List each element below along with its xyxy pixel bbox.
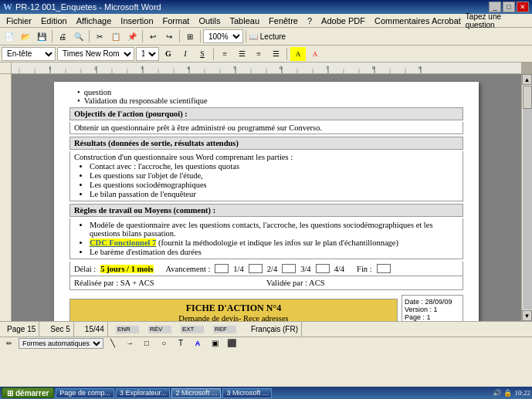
cdc-link[interactable]: CDC Fonctionnel 7 — [90, 238, 156, 247]
font-color-button[interactable]: A — [307, 47, 323, 61]
align-center-button[interactable]: ☰ — [234, 47, 249, 61]
regles-item-2: Le barème d'estimation des durées — [90, 248, 459, 256]
arrow-btn[interactable]: → — [122, 336, 137, 350]
new-button[interactable]: 📄 — [2, 29, 17, 43]
taskbar-item-3[interactable]: 3 Microsoft ... — [222, 388, 272, 398]
wordart-btn[interactable]: A — [190, 336, 205, 350]
open-button[interactable]: 📂 — [18, 29, 33, 43]
close-button[interactable]: ✕ — [517, 2, 529, 12]
clock: 10:22 — [514, 389, 530, 397]
cut-button[interactable]: ✂ — [92, 29, 107, 43]
start-button[interactable]: ⊞ démarrer — [2, 387, 54, 398]
objectifs-content: Obtenir un questionnaire prêt à être adm… — [69, 122, 463, 134]
fiche-content: FICHE D'ACTION N°4 Demande de devis- Rec… — [69, 295, 398, 321]
italic-button[interactable]: I — [178, 47, 193, 61]
taskbar-item-2[interactable]: 2 Microsoft ... — [171, 388, 221, 398]
redo-button[interactable]: ↪ — [161, 29, 177, 43]
font-dropdown[interactable]: Times New Roman — [57, 47, 134, 61]
fin-checkbox[interactable] — [377, 264, 391, 273]
bullet-validation-text: Validation du responsable scientifique — [84, 96, 208, 105]
3d-btn[interactable]: ⬛ — [224, 336, 239, 350]
step-2-checkbox[interactable] — [249, 264, 263, 273]
print-button[interactable]: 🖨 — [55, 29, 70, 43]
toolbar-sep-3 — [142, 30, 143, 42]
bullet-question: • question — [77, 88, 463, 96]
scroll-track[interactable] — [523, 86, 532, 309]
draw-btn[interactable]: ✏ — [2, 336, 17, 350]
valide-label: Validée par : ACS — [266, 279, 459, 287]
undo-button[interactable]: ↩ — [145, 29, 161, 43]
resultats-header: Résultats (données de sortie, résultats … — [69, 137, 463, 150]
menu-edition[interactable]: Edition — [36, 15, 72, 27]
justify-button[interactable]: ☰ — [268, 47, 283, 61]
step-3-checkbox[interactable] — [282, 264, 296, 273]
resultats-list: Contact avec : l'accroche, les questions… — [90, 162, 459, 198]
maximize-button[interactable]: □ — [503, 2, 515, 12]
svg-text:5: 5 — [233, 65, 236, 71]
list-item-3: Le bilan passation de l'enquêteur — [90, 190, 459, 198]
menu-commentaires[interactable]: Commentaires Acrobat — [370, 15, 466, 27]
list-item-1: Les questions sur l'objet de l'étude, — [90, 171, 459, 180]
step-4-checkbox[interactable] — [316, 264, 330, 273]
step-1-checkbox[interactable] — [215, 264, 229, 273]
regles-header: Règles de travail ou Moyens (comment) : — [69, 204, 463, 217]
regles-content: Modèle de questionnaire avec les questio… — [69, 218, 463, 259]
save-button[interactable]: 💾 — [34, 29, 49, 43]
zoom-dropdown[interactable]: 100% — [203, 29, 243, 43]
vertical-scrollbar[interactable]: ▲ ▼ — [521, 74, 532, 321]
size-dropdown[interactable]: 13 — [136, 47, 159, 61]
app-icon: W — [3, 2, 12, 13]
status-enr: ENR — [116, 326, 139, 333]
table-button[interactable]: ⊞ — [182, 29, 198, 43]
align-right-button[interactable]: ≡ — [251, 47, 266, 61]
svg-text:3: 3 — [141, 65, 144, 71]
document-scroll-area[interactable]: • question • Validation du responsable s… — [12, 74, 521, 321]
menu-format[interactable]: Format — [158, 15, 195, 27]
preview-button[interactable]: 🔍 — [71, 29, 86, 43]
taskbar-item-0[interactable]: Page de comp... — [56, 388, 114, 398]
menu-aide[interactable]: ? — [303, 15, 317, 27]
rect-btn[interactable]: □ — [139, 336, 154, 350]
scroll-thumb[interactable] — [523, 86, 532, 109]
scroll-up-button[interactable]: ▲ — [522, 74, 532, 85]
shapes-dropdown[interactable]: Formes automatiques — [19, 338, 103, 349]
taskbar: ⊞ démarrer Page de comp... 3 Explorateur… — [0, 387, 532, 399]
align-left-button[interactable]: ≡ — [217, 47, 232, 61]
step-1-label: 1/4 — [233, 265, 243, 273]
highlight-button[interactable]: A — [290, 47, 306, 61]
shadow-btn[interactable]: ▣ — [207, 336, 222, 350]
drawing-toolbar: ✏ Formes automatiques ╲ → □ ○ T A ▣ ⬛ — [0, 336, 532, 349]
objectifs-text: Obtenir un questionnaire prêt à être adm… — [74, 123, 459, 132]
style-dropdown[interactable]: En-tête — [2, 47, 56, 61]
menu-adobe[interactable]: Adobe PDF — [317, 15, 370, 27]
taskbar-item-1[interactable]: 3 Explorateur... — [116, 388, 171, 398]
title-bar-left: W PR-12 001_Enquetes - Microsoft Word — [3, 2, 161, 13]
bold-button[interactable]: G — [161, 47, 176, 61]
menu-fenetre[interactable]: Fenêtre — [264, 15, 303, 27]
oval-btn[interactable]: ○ — [156, 336, 171, 350]
format-sep-1 — [213, 48, 214, 60]
menu-outils[interactable]: Outils — [194, 15, 225, 27]
status-sec: Sec 5 — [47, 322, 74, 336]
toolbar-sep-5 — [200, 30, 201, 42]
minimize-button[interactable]: _ — [489, 2, 501, 12]
menu-fichier[interactable]: Fichier — [2, 15, 36, 27]
list-item-2: Les questions sociodémographiques — [90, 181, 459, 189]
paste-button[interactable]: 📌 — [124, 29, 140, 43]
svg-text:9: 9 — [418, 65, 422, 71]
underline-button[interactable]: S — [195, 47, 210, 61]
side-version: Version : 1 — [405, 306, 460, 313]
document-page: • question • Validation du responsable s… — [54, 82, 479, 321]
cdc-rest: (fournit la méthodologie et indique les … — [158, 238, 398, 247]
menu-affichage[interactable]: Affichage — [72, 15, 117, 27]
svg-text:4: 4 — [187, 65, 190, 71]
line-btn[interactable]: ╲ — [105, 336, 120, 350]
scroll-down-button[interactable]: ▼ — [522, 310, 532, 321]
bullet-question-text: question — [84, 88, 112, 96]
sys-icon-1: 🔊 — [493, 389, 501, 397]
lecture-button[interactable]: 📖 Lecture — [249, 32, 286, 41]
textbox-btn[interactable]: T — [173, 336, 188, 350]
copy-button[interactable]: 📋 — [108, 29, 124, 43]
menu-tableau[interactable]: Tableau — [225, 15, 265, 27]
menu-insertion[interactable]: Insertion — [116, 15, 158, 27]
